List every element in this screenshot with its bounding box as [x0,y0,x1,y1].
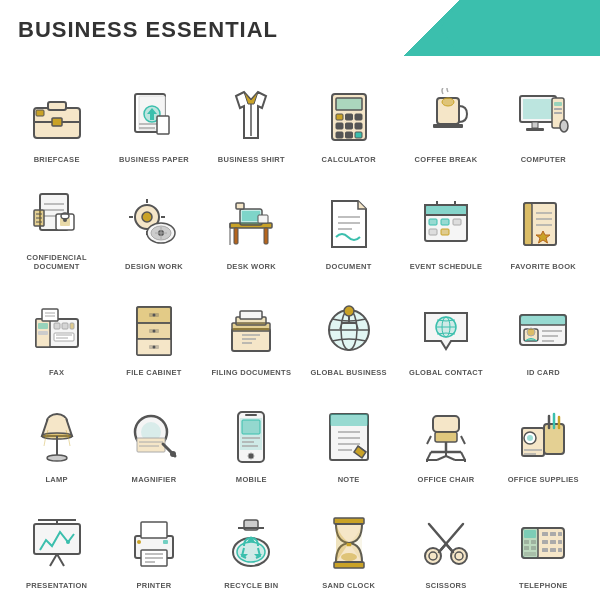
svg-rect-1 [48,102,66,110]
svg-rect-66 [425,205,467,215]
icon-cell-printer: PRINTER [107,490,200,592]
icon-cell-computer: COMPUTER [497,64,590,166]
svg-rect-84 [54,323,60,329]
icon-cell-business-paper: BUSINESS PAPER [107,64,200,166]
icon-label-office-chair: OFFICE CHAIR [418,475,475,484]
icon-sand-clock [313,507,385,579]
svg-point-178 [137,540,141,544]
icon-cell-favorite-book: FAVORITE BOOK [497,170,590,272]
svg-rect-18 [355,114,362,120]
svg-point-162 [527,435,533,441]
icon-document [313,188,385,260]
svg-point-44 [63,218,67,222]
icon-magnifier [118,401,190,473]
svg-rect-72 [429,229,437,235]
icon-label-business-paper: BUSINESS PAPER [119,155,189,164]
icon-telephone [507,507,579,579]
icon-filing-documents [215,294,287,366]
page-title: BUSINESS ESSENTIAL [18,17,278,43]
icon-label-printer: PRINTER [136,581,171,590]
icon-mobile [215,401,287,473]
icon-label-computer: COMPUTER [521,155,566,164]
svg-point-102 [152,346,155,349]
svg-line-154 [427,436,431,444]
svg-rect-119 [520,315,566,325]
icon-coffee-break [410,81,482,153]
icon-office-chair [410,401,482,473]
icon-label-briefcase: BRIEFCASE [34,155,80,164]
svg-rect-203 [531,546,536,550]
icon-label-note: NOTE [338,475,360,484]
icon-cell-office-chair: OFFICE CHAIR [399,383,492,485]
icon-grid: BRIEFCASE BUSINESS PAPER [10,64,590,592]
icon-label-event-schedule: EVENT SCHEDULE [410,262,483,271]
icon-scissors [410,507,482,579]
icon-label-presentation: PRESENTATION [26,581,87,590]
svg-rect-30 [532,122,538,128]
svg-rect-22 [336,132,343,138]
svg-rect-73 [441,229,449,235]
icon-label-business-shirt: BUSINESS SHIRT [218,155,285,164]
icon-cell-desk-work: DESK WORK [205,170,298,272]
icon-global-contact [410,294,482,366]
icon-cell-document: DOCUMENT [302,170,395,272]
svg-rect-204 [524,552,536,556]
icon-cell-sand-clock: SAND CLOCK [302,490,395,592]
svg-rect-71 [453,219,461,225]
svg-rect-85 [62,323,68,329]
icon-label-scissors: SCISSORS [425,581,466,590]
svg-point-170 [66,540,70,544]
svg-rect-4 [36,110,44,116]
svg-rect-24 [355,132,362,138]
icon-grid-area: BRIEFCASE BUSINESS PAPER [0,56,600,600]
icon-recycle-bin [215,507,287,579]
svg-point-100 [152,314,155,317]
icon-note [313,401,385,473]
svg-rect-212 [550,548,556,552]
icon-calculator [313,81,385,153]
icon-label-filing-documents: FILING DOCUMENTS [211,368,291,377]
icon-cell-recycle-bin: RECYCLE BIN [205,490,298,592]
svg-rect-177 [163,540,168,544]
icon-cell-design-work: DESIGN WORK [107,170,200,272]
svg-rect-31 [526,128,544,131]
svg-rect-131 [137,438,165,452]
icon-label-desk-work: DESK WORK [227,262,276,271]
svg-rect-27 [433,124,463,128]
icon-briefcase [21,81,93,153]
svg-rect-83 [38,331,48,335]
icon-label-global-contact: GLOBAL CONTACT [409,368,483,377]
svg-rect-16 [336,114,343,120]
icon-cell-telephone: TELEPHONE [497,490,590,592]
icon-computer [507,81,579,153]
icon-label-mobile: MOBILE [236,475,267,484]
svg-point-189 [425,548,441,564]
icon-label-office-supplies: OFFICE SUPPLIES [508,475,579,484]
icon-label-lamp: LAMP [45,475,67,484]
svg-rect-205 [542,532,548,536]
icon-label-favorite-book: FAVORITE BOOK [511,262,576,271]
icon-fax [21,294,93,366]
svg-rect-206 [550,532,556,536]
svg-rect-55 [234,228,238,244]
svg-rect-21 [355,123,362,129]
svg-rect-70 [441,219,449,225]
svg-point-101 [152,330,155,333]
icon-business-shirt [215,81,287,153]
svg-rect-211 [542,548,548,552]
svg-rect-145 [330,414,368,426]
svg-rect-60 [258,215,268,223]
svg-rect-56 [264,228,268,244]
svg-rect-201 [531,540,536,544]
svg-rect-90 [42,309,58,321]
icon-label-recycle-bin: RECYCLE BIN [224,581,278,590]
icon-label-magnifier: MAGNIFIER [132,475,177,484]
icon-cell-fax: FAX [10,277,103,379]
icon-label-telephone: TELEPHONE [519,581,568,590]
svg-rect-15 [336,98,362,110]
svg-point-36 [560,120,568,132]
svg-point-121 [527,328,535,336]
svg-point-188 [341,553,357,561]
svg-rect-200 [524,540,529,544]
svg-rect-3 [52,118,62,126]
